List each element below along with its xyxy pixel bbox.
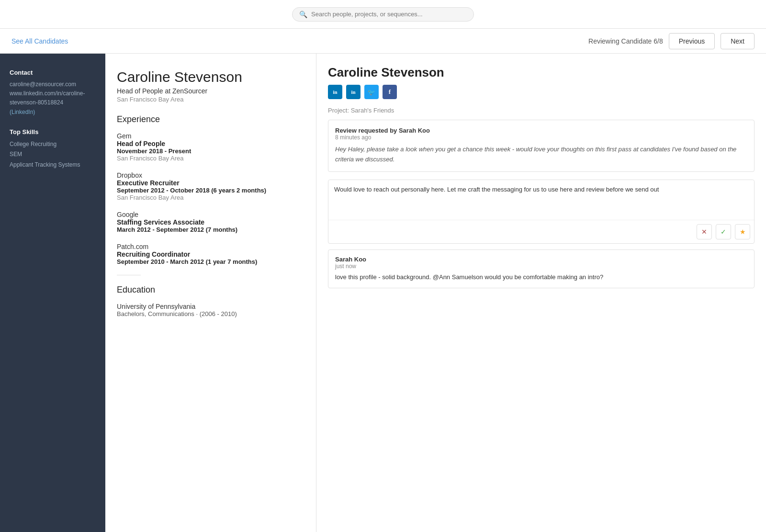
- exp-company-patch: Patch.com: [117, 243, 301, 250]
- experience-patch: Patch.com Recruiting Coordinator Septemb…: [117, 243, 301, 265]
- exp-dates-dropbox: September 2012 - October 2018 (6 years 2…: [117, 187, 301, 194]
- comment-box: Would love to reach out personally here.…: [328, 180, 755, 244]
- resume-candidate-title: Head of People at ZenSourcer: [117, 87, 301, 95]
- exp-dates-google: March 2012 - September 2012 (7 months): [117, 226, 301, 233]
- nav-bar: See All Candidates Reviewing Candidate 6…: [0, 29, 766, 54]
- nav-right: Reviewing Candidate 6/8 Previous Next: [588, 33, 755, 49]
- top-bar: 🔍: [0, 0, 766, 29]
- comment-text: love this profile - solid background. @A…: [335, 272, 747, 283]
- comment-entry: Sarah Koo just now love this profile - s…: [328, 249, 755, 289]
- exp-role-google: Staffing Services Associate: [117, 218, 301, 226]
- project-label: Project: Sarah's Friends: [328, 107, 755, 114]
- next-button[interactable]: Next: [721, 33, 755, 49]
- search-wrapper: 🔍: [292, 7, 474, 22]
- exp-location-dropbox: San Francisco Bay Area: [117, 194, 301, 201]
- experience-google: Google Staffing Services Associate March…: [117, 211, 301, 233]
- exp-dates-gem: November 2018 - Present: [117, 147, 301, 155]
- star-button[interactable]: ★: [735, 224, 750, 239]
- skills-section: Top Skills College Recruiting SEM Applic…: [10, 128, 96, 170]
- experience-heading: Experience: [117, 114, 301, 125]
- social-icons: in in 🐦 f: [328, 85, 755, 99]
- experience-dropbox: Dropbox Executive Recruiter September 20…: [117, 171, 301, 201]
- skills-heading: Top Skills: [10, 128, 96, 136]
- review-time: 8 minutes ago: [335, 134, 747, 141]
- reviewer-name: Review requested by Sarah Koo: [335, 127, 747, 134]
- experience-gem: Gem Head of People November 2018 - Prese…: [117, 132, 301, 162]
- exp-role-dropbox: Executive Recruiter: [117, 179, 301, 187]
- resume-candidate-location: San Francisco Bay Area: [117, 96, 301, 103]
- resume-sidebar: Contact caroline@zensourcer.com www.link…: [0, 54, 105, 532]
- resume-content: Caroline Stevenson Head of People at Zen…: [105, 54, 316, 532]
- skill-ats: Applicant Tracking Systems: [10, 160, 96, 170]
- review-message: Hey Haley, please take a look when you g…: [335, 145, 747, 165]
- search-input[interactable]: [311, 11, 467, 18]
- contact-heading: Contact: [10, 69, 96, 76]
- twitter-icon[interactable]: 🐦: [364, 85, 379, 99]
- comment-time: just now: [335, 263, 747, 270]
- exp-company-dropbox: Dropbox: [117, 171, 301, 179]
- exp-company-google: Google: [117, 211, 301, 218]
- review-section: Review requested by Sarah Koo 8 minutes …: [328, 120, 755, 172]
- education-upenn: University of Pennsylvania Bachelors, Co…: [117, 303, 301, 317]
- discard-button[interactable]: ✕: [697, 224, 712, 239]
- previous-button[interactable]: Previous: [669, 33, 715, 49]
- contact-email: caroline@zensourcer.com: [10, 80, 96, 89]
- resume-candidate-name: Caroline Stevenson: [117, 69, 301, 85]
- commenter-name: Sarah Koo: [335, 256, 747, 263]
- see-all-candidates-link[interactable]: See All Candidates: [11, 37, 68, 45]
- exp-dates-patch: September 2010 - March 2012 (1 year 7 mo…: [117, 258, 301, 265]
- candidate-name-large: Caroline Stevenson: [328, 65, 755, 80]
- right-panel: Caroline Stevenson in in 🐦 f Project: Sa…: [316, 54, 766, 532]
- exp-role-patch: Recruiting Coordinator: [117, 250, 301, 258]
- edu-school: University of Pennsylvania: [117, 303, 301, 310]
- edu-degree: Bachelors, Communications · (2006 - 2010…: [117, 310, 301, 317]
- comment-textarea[interactable]: Would love to reach out personally here.…: [328, 180, 754, 218]
- exp-location-gem: San Francisco Bay Area: [117, 155, 301, 162]
- skill-sem: SEM: [10, 149, 96, 160]
- resume-divider: [117, 275, 141, 275]
- linkedin-icon-1[interactable]: in: [328, 85, 342, 99]
- search-icon: 🔍: [299, 11, 307, 18]
- linkedin-icon-2[interactable]: in: [346, 85, 360, 99]
- main-content: Contact caroline@zensourcer.com www.link…: [0, 54, 766, 532]
- contact-linkedin: www.linkedin.com/in/caroline-stevenson-8…: [10, 89, 96, 117]
- contact-section: Contact caroline@zensourcer.com www.link…: [10, 69, 96, 117]
- reviewing-candidate-text: Reviewing Candidate 6/8: [588, 37, 663, 45]
- exp-role-gem: Head of People: [117, 140, 301, 147]
- exp-company-gem: Gem: [117, 132, 301, 140]
- confirm-button[interactable]: ✓: [716, 224, 731, 239]
- education-heading: Education: [117, 285, 301, 295]
- facebook-icon[interactable]: f: [383, 85, 397, 99]
- comment-actions: ✕ ✓ ★: [328, 220, 754, 243]
- resume-panel: Contact caroline@zensourcer.com www.link…: [0, 54, 316, 532]
- skill-college-recruiting: College Recruiting: [10, 139, 96, 150]
